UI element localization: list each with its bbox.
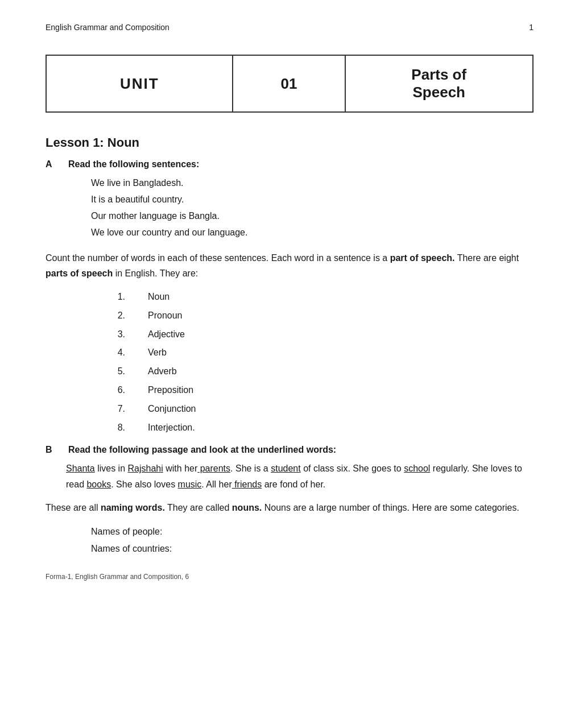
unit-label-cell: UNIT <box>47 56 233 111</box>
list-item-interjection: Interjection. <box>148 420 195 436</box>
list-item-conjunction: Conjunction <box>148 401 196 417</box>
underlined-rajshahi: Rajshahi <box>128 464 163 473</box>
sentence-4: We love our country and our language. <box>91 225 533 241</box>
unit-label: UNIT <box>120 75 159 93</box>
categories-list: Names of people: Names of countries: <box>91 523 533 558</box>
sentence-1: We live in Bangladesh. <box>91 175 533 192</box>
section-b-letter: B <box>46 445 57 455</box>
naming-words-paragraph: These are all naming words. They are cal… <box>46 500 533 515</box>
sentences-list: We live in Bangladesh. It is a beautiful… <box>91 175 533 241</box>
unit-number-cell: 01 <box>233 56 345 111</box>
page-number: 1 <box>529 23 533 32</box>
page: English Grammar and Composition 1 UNIT 0… <box>0 0 579 592</box>
list-item: 5. Adverb <box>114 363 533 380</box>
list-num-5: 5. <box>114 363 125 380</box>
underlined-shanta: Shanta <box>66 464 95 473</box>
sentence-2: It is a beautiful country. <box>91 192 533 208</box>
list-item: 8. Interjection. <box>114 420 533 436</box>
underlined-parents: parents <box>197 464 230 473</box>
list-item: 3. Adjective <box>114 326 533 343</box>
category-countries: Names of countries: <box>91 540 533 557</box>
passage-text: Shanta lives in Rajshahi with her parent… <box>66 461 533 491</box>
category-people: Names of people: <box>91 523 533 540</box>
underlined-friends: friends <box>232 479 262 489</box>
list-item: 7. Conjunction <box>114 401 533 417</box>
section-a-letter: A <box>46 159 57 169</box>
list-item-preposition: Preposition <box>148 382 193 399</box>
lesson-title: Lesson 1: Noun <box>46 135 533 150</box>
underlined-books: books <box>86 479 111 489</box>
list-num-4: 4. <box>114 345 125 361</box>
list-num-2: 2. <box>114 308 125 324</box>
list-item-verb: Verb <box>148 345 167 361</box>
parts-of-speech-list: 1. Noun 2. Pronoun 3. Adjective 4. Verb … <box>114 289 533 436</box>
list-num-6: 6. <box>114 382 125 399</box>
section-b-instruction: Read the following passage and look at t… <box>68 445 336 455</box>
list-item: 2. Pronoun <box>114 308 533 324</box>
unit-number: 01 <box>281 75 297 93</box>
list-item-pronoun: Pronoun <box>148 308 183 324</box>
list-item: 1. Noun <box>114 289 533 305</box>
list-num-8: 8. <box>114 420 125 436</box>
list-item: 6. Preposition <box>114 382 533 399</box>
underlined-student: student <box>271 464 300 473</box>
list-num-3: 3. <box>114 326 125 343</box>
underlined-music: music <box>178 479 202 489</box>
section-b-wrapper: B Read the following passage and look at… <box>46 445 533 491</box>
parts-of-speech-paragraph: Count the number of words in each of the… <box>46 250 533 281</box>
book-title: English Grammar and Composition <box>46 23 169 32</box>
unit-title: Parts ofSpeech <box>411 66 466 101</box>
list-item: 4. Verb <box>114 345 533 361</box>
underlined-school: school <box>404 464 430 473</box>
section-a-instruction: Read the following sentences: <box>68 159 199 169</box>
list-item-adjective: Adjective <box>148 326 185 343</box>
section-a-header: A Read the following sentences: <box>46 159 533 169</box>
unit-title-cell: Parts ofSpeech <box>346 56 532 111</box>
list-item-noun: Noun <box>148 289 169 305</box>
unit-box: UNIT 01 Parts ofSpeech <box>46 55 533 113</box>
list-num-1: 1. <box>114 289 125 305</box>
list-item-adverb: Adverb <box>148 363 177 380</box>
section-b-header: B Read the following passage and look at… <box>46 445 533 455</box>
list-num-7: 7. <box>114 401 125 417</box>
sentence-3: Our mother language is Bangla. <box>91 208 533 225</box>
footer: Forma-1, English Grammar and Composition… <box>46 573 189 581</box>
page-header: English Grammar and Composition 1 <box>46 23 533 38</box>
